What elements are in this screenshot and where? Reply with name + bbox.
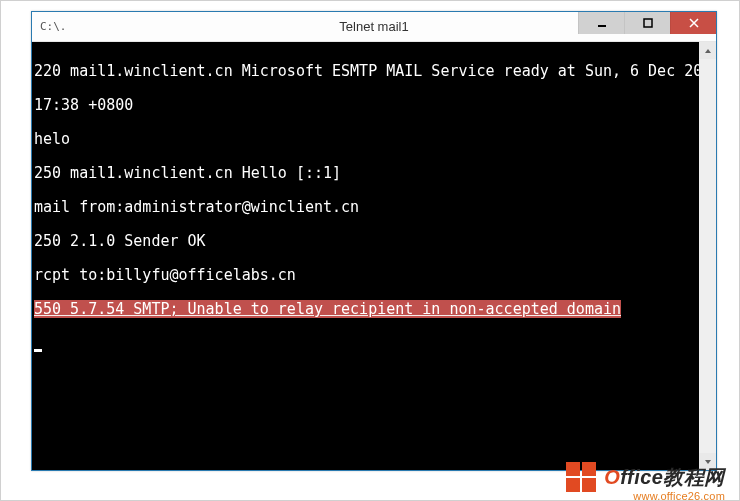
watermark-brand-rest: ffice教程网 (620, 466, 725, 488)
office-logo-icon (564, 460, 598, 494)
svg-rect-0 (598, 25, 606, 27)
maximize-button[interactable] (624, 12, 670, 34)
watermark-brand: Office教程网 (604, 464, 725, 491)
cursor (34, 349, 42, 352)
window-controls (578, 12, 716, 34)
svg-rect-1 (644, 19, 652, 27)
terminal-window: C:\. Telnet mail1 220 mail1.winclient.cn… (31, 11, 717, 471)
watermark: Office教程网 (564, 460, 725, 494)
console-line: 250 mail1.winclient.cn Hello [::1] (34, 165, 697, 182)
console-error-line: 550 5.7.54 SMTP; Unable to relay recipie… (34, 301, 697, 318)
console-line: helo (34, 131, 697, 148)
scroll-up-arrow-icon[interactable] (699, 42, 716, 59)
console-line: 17:38 +0800 (34, 97, 697, 114)
console-line: rcpt to:billyfu@officelabs.cn (34, 267, 697, 284)
titlebar[interactable]: C:\. Telnet mail1 (32, 12, 716, 42)
console-area: 220 mail1.winclient.cn Microsoft ESMTP M… (32, 42, 716, 470)
console-line: 220 mail1.winclient.cn Microsoft ESMTP M… (34, 63, 697, 80)
frame: C:\. Telnet mail1 220 mail1.winclient.cn… (0, 0, 740, 501)
scroll-track[interactable] (699, 59, 716, 453)
watermark-url: www.office26.com (633, 490, 725, 501)
console-output[interactable]: 220 mail1.winclient.cn Microsoft ESMTP M… (32, 42, 699, 470)
close-button[interactable] (670, 12, 716, 34)
console-line: mail from:administrator@winclient.cn (34, 199, 697, 216)
minimize-button[interactable] (578, 12, 624, 34)
app-icon: C:\. (40, 19, 56, 35)
console-line: 250 2.1.0 Sender OK (34, 233, 697, 250)
vertical-scrollbar[interactable] (699, 42, 716, 470)
cursor-line (34, 335, 697, 352)
watermark-brand-o: O (604, 466, 620, 488)
highlighted-error: 550 5.7.54 SMTP; Unable to relay recipie… (34, 300, 621, 318)
